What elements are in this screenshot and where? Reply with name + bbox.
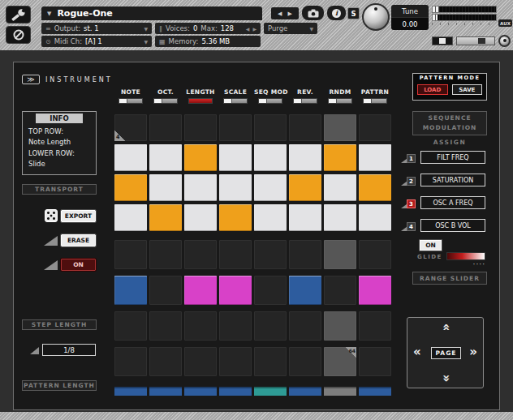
bottom-bar-c1[interactable] [114,387,147,396]
next-instrument-button[interactable]: ▶ [288,11,292,17]
step-cell-r5c8[interactable] [359,240,391,269]
step-cell-r6c6[interactable] [289,276,321,305]
output-fader[interactable] [456,36,495,45]
step-cell-r5c2[interactable] [149,240,182,269]
step-cell-r3c6[interactable] [289,174,321,201]
bottom-bar-c5[interactable] [254,387,287,396]
step-cell-r4c2[interactable] [149,204,182,231]
step-cell-r8c1[interactable] [114,347,147,376]
pan-handle[interactable] [439,38,446,44]
step-cell-r6c2[interactable] [149,276,182,305]
step-cell-r4c5[interactable] [254,204,287,231]
step-cell-r1c2[interactable] [149,114,182,141]
step-cell-r7c4[interactable] [219,311,252,341]
step-cell-r3c2[interactable] [149,174,182,201]
page-right-button[interactable]: » [469,346,477,358]
step-cell-r8c5[interactable] [254,347,287,376]
step-length-value[interactable]: 1/8 [42,344,96,356]
purge-menu[interactable]: Purge ▼ [264,23,317,34]
prev-instrument-button[interactable]: ◀ [278,11,282,17]
step-cell-r1c5[interactable] [254,114,287,141]
step-cell-r1c3[interactable] [184,114,217,141]
step-cell-r5c3[interactable] [184,240,217,269]
page-down-button[interactable]: » [439,375,451,383]
wrench-button[interactable] [6,6,31,24]
step-cell-r6c3[interactable] [184,276,217,305]
step-cell-r7c6[interactable] [289,311,321,341]
step-cell-r3c7[interactable] [324,174,356,201]
step-cell-r1c4[interactable] [219,114,252,141]
step-cell-r6c7[interactable] [324,276,356,305]
step-cell-r3c3[interactable] [184,174,217,201]
bottom-bar-c8[interactable] [359,387,391,396]
step-cell-r1c1[interactable]: 4 [114,114,147,141]
assign-select-1[interactable]: 1 [407,154,416,163]
assign-target-1[interactable]: FILT FREQ [420,151,485,164]
step-cell-r7c8[interactable] [359,311,391,341]
tune-knob[interactable] [362,3,390,31]
column-slider[interactable] [153,98,178,104]
assign-target-2[interactable]: SATURATION [420,174,485,186]
step-cell-r4c1[interactable] [114,204,147,231]
step-cell-r4c8[interactable] [359,204,391,231]
glide-amount-slider[interactable] [446,252,485,260]
pan-slider[interactable] [432,36,453,45]
purge-dropdown-icon[interactable]: ▼ [309,26,313,32]
step-cell-r2c1[interactable] [114,144,147,171]
midi-select[interactable]: ⊙ Midi Ch: [A] 1 ▼ [41,36,152,47]
bottom-bar-c4[interactable] [219,387,252,396]
power-button[interactable] [6,26,31,44]
snapshot-camera-button[interactable] [302,6,324,20]
step-cell-r2c6[interactable] [289,144,321,171]
step-cell-r5c5[interactable] [254,240,287,269]
bottom-bar-c2[interactable] [149,387,182,396]
step-cell-r7c5[interactable] [254,311,287,341]
assign-select-4[interactable]: 4 [407,222,416,231]
step-cell-r8c3[interactable] [184,347,217,376]
step-cell-r7c1[interactable] [114,311,147,341]
sequencer-on-button[interactable]: ON [61,259,96,271]
step-cell-r2c3[interactable] [184,144,217,171]
assign-target-3[interactable]: OSC A FREQ [420,196,485,209]
midi-dropdown-icon[interactable]: ▼ [144,39,148,45]
assign-target-4[interactable]: OSC B VOL [420,219,485,232]
step-cell-r6c1[interactable] [114,276,147,305]
step-cell-r8c8[interactable] [359,347,391,376]
step-cell-r1c7[interactable] [324,114,356,141]
column-slider[interactable] [119,98,143,104]
column-slider[interactable] [363,98,387,104]
voices-next-icon[interactable]: ▶ [252,26,256,32]
step-cell-r7c2[interactable] [149,311,182,341]
step-cell-r4c6[interactable] [289,204,321,231]
page-up-button[interactable]: « [439,324,451,332]
assign-select-2[interactable]: 2 [407,177,416,186]
page-left-button[interactable]: « [413,346,421,358]
bottom-bar-c3[interactable] [184,387,217,396]
pattern-load-button[interactable]: LOAD [417,84,448,95]
pattern-save-button[interactable]: SAVE [452,84,483,95]
column-slider[interactable] [188,98,213,104]
step-cell-r7c3[interactable] [184,311,217,341]
step-cell-r8c7[interactable]: 64 [324,347,356,376]
column-slider[interactable] [258,98,282,104]
step-cell-r6c8[interactable] [359,276,391,305]
step-cell-r3c1[interactable] [114,174,147,201]
info-button[interactable]: i [327,6,346,20]
step-cell-r4c3[interactable] [184,204,217,231]
step-cell-r3c8[interactable] [359,174,391,201]
step-cell-r7c7[interactable] [324,311,356,341]
step-cell-r4c7[interactable] [324,204,356,231]
step-cell-r6c4[interactable] [219,276,252,305]
step-cell-r3c5[interactable] [254,174,287,201]
glide-on-button[interactable]: ON [420,240,442,251]
step-cell-r8c4[interactable] [219,347,252,376]
output-select[interactable]: ≡ Output: st. 1 ▼ [41,23,152,34]
solo-button[interactable]: S [347,7,360,19]
step-cell-r5c6[interactable] [289,240,321,269]
step-cell-r5c7[interactable] [324,240,356,269]
column-slider[interactable] [293,98,317,104]
step-cell-r1c6[interactable] [289,114,321,141]
instrument-title-bar[interactable]: ▼ Rogue-One [41,6,262,20]
aux-button[interactable]: AUX [498,19,512,27]
bottom-bar-c7[interactable] [324,387,356,396]
